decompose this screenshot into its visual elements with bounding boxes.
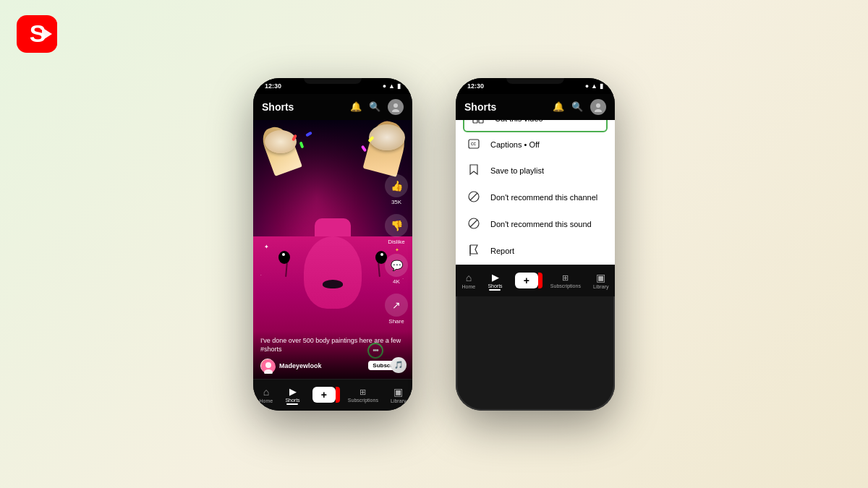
top-bar: Shorts 🔔 🔍 (253, 94, 412, 120)
subscriptions-label-2: Subscriptions (550, 283, 581, 288)
active-indicator-2 (489, 289, 501, 291)
status-bar-2: 12:30 ● ▲ ▮ (456, 78, 615, 94)
dont-recommend-channel-icon (467, 191, 480, 205)
nav-create-2[interactable]: + (515, 273, 538, 288)
nav-subscriptions-2[interactable]: ⊞ Subscriptions (550, 273, 581, 288)
dont-recommend-sound-label: Don't recommend this sound (490, 220, 592, 228)
page-title-2: Shorts (464, 101, 496, 113)
sheet-item-captions[interactable]: CC Captions • Off (456, 132, 615, 158)
bottom-sheet: More Description Use this so (456, 120, 615, 265)
nav-home-2[interactable]: ⌂ Home (462, 272, 476, 289)
video-overlay: I've done over 500 body paintings here a… (253, 331, 412, 378)
bell-icon-2[interactable]: 🔔 (553, 101, 564, 112)
dislike-icon: 👎 (385, 214, 408, 237)
svg-point-4 (393, 103, 398, 108)
phone-1: 12:30 ● ▲ ▮ Shorts 🔔 🔍 (253, 78, 412, 411)
status-icons-2: ● ▲ ▮ (585, 82, 603, 90)
like-count: 35K (391, 199, 401, 205)
sheet-item-dont-recommend-channel[interactable]: Don't recommend this channel (456, 184, 615, 211)
nav-create[interactable]: + (312, 387, 336, 403)
video-area[interactable]: ✦ ✦ · · 👍 35K 👎 Dislike 💬 4K (253, 120, 412, 379)
battery-icon: ▮ (397, 82, 401, 90)
page-title: Shorts (262, 101, 294, 113)
report-icon (467, 244, 480, 258)
create-button[interactable]: + (312, 387, 336, 403)
comment-count: 4K (393, 278, 400, 285)
action-buttons: 👍 35K 👎 Dislike 💬 4K ↗ Share (385, 174, 408, 325)
share-button[interactable]: ↗ Share (385, 294, 408, 325)
shorts-icon: ▶ (289, 387, 296, 397)
comment-button[interactable]: 💬 4K (385, 254, 408, 285)
user-avatar-2[interactable] (590, 99, 606, 115)
nav-library-2[interactable]: ▣ Library (593, 272, 608, 289)
create-button-2[interactable]: + (515, 273, 538, 288)
bottom-navigation-2: ⌂ Home ▶ Shorts + ⊞ Subscriptions ▣ Libr… (456, 265, 615, 296)
share-icon: ↗ (385, 294, 408, 317)
library-label-2: Library (593, 284, 608, 289)
nav-shorts-2[interactable]: ▶ Shorts (488, 273, 502, 288)
dislike-button[interactable]: 👎 Dislike (385, 214, 408, 245)
battery-icon-2: ▮ (600, 82, 603, 90)
wifi-icon-2: ● (585, 82, 589, 90)
sheet-items: Description Use this sound (456, 120, 615, 265)
channel-row: Madeyewlook Subscribe (260, 359, 405, 373)
like-button[interactable]: 👍 35K (385, 174, 408, 205)
nav-library[interactable]: ▣ Library (391, 386, 406, 403)
channel-avatar (260, 359, 275, 373)
svg-text:CC: CC (471, 142, 477, 146)
time-display: 12:30 (265, 82, 281, 90)
save-playlist-label: Save to playlist (490, 166, 544, 175)
cut-video-label: Cut this video (495, 120, 543, 124)
save-playlist-icon (467, 164, 480, 178)
top-bar-2: Shorts 🔔 🔍 (456, 94, 615, 120)
subscriptions-icon-2: ⊞ (562, 273, 569, 283)
search-icon-2[interactable]: 🔍 (571, 101, 583, 112)
svg-rect-21 (473, 120, 477, 123)
shorts-label-2: Shorts (488, 283, 502, 288)
subscriptions-icon: ⊞ (359, 388, 366, 397)
svg-point-7 (265, 362, 271, 368)
captions-label: Captions • Off (490, 140, 540, 149)
nav-subscriptions[interactable]: ⊞ Subscriptions (348, 388, 378, 403)
time-display-2: 12:30 (467, 82, 484, 90)
search-icon[interactable]: 🔍 (369, 101, 380, 112)
sheet-item-report[interactable]: Report (456, 238, 615, 265)
dont-recommend-sound-icon (467, 218, 480, 231)
top-bar-actions: 🔔 🔍 (350, 99, 404, 115)
cut-video-icon (472, 120, 485, 126)
sheet-item-save-playlist[interactable]: Save to playlist (456, 158, 615, 184)
captions-icon: CC (467, 139, 480, 151)
nav-shorts[interactable]: ▶ Shorts (285, 387, 299, 403)
music-icon[interactable]: 🎵 (391, 357, 407, 373)
home-label: Home (260, 398, 273, 403)
comment-icon: 💬 (385, 254, 408, 277)
svg-point-10 (595, 109, 602, 112)
home-label-2: Home (462, 284, 476, 289)
phones-container: 12:30 ● ▲ ▮ Shorts 🔔 🔍 (253, 78, 615, 411)
like-icon: 👍 (385, 174, 408, 197)
report-label: Report (490, 247, 514, 255)
svg-line-28 (470, 220, 477, 227)
status-bar: 12:30 ● ▲ ▮ (253, 78, 412, 94)
dont-recommend-channel-label: Don't recommend this channel (490, 193, 597, 202)
sheet-item-cut-video[interactable]: Cut this video (463, 120, 608, 132)
signal-icon-2: ▲ (591, 82, 597, 90)
nav-home[interactable]: ⌂ Home (260, 386, 273, 403)
youtube-shorts-logo: S (14, 14, 61, 57)
svg-point-5 (392, 109, 399, 112)
top-bar-actions-2: 🔔 🔍 (553, 99, 606, 115)
shorts-label: Shorts (285, 398, 299, 403)
dislike-label: Dislike (388, 239, 405, 245)
library-icon-2: ▣ (596, 272, 605, 283)
user-avatar[interactable] (388, 99, 404, 115)
video-caption: I've done over 500 body paintings here a… (260, 337, 405, 354)
home-icon-2: ⌂ (466, 272, 472, 283)
svg-rect-22 (479, 120, 483, 123)
wifi-icon: ● (383, 82, 386, 90)
library-icon: ▣ (393, 386, 403, 398)
sheet-item-dont-recommend-sound[interactable]: Don't recommend this sound (456, 211, 615, 238)
active-indicator (286, 403, 298, 405)
channel-name: Madeyewlook (279, 362, 364, 369)
create-plus-icon: + (321, 389, 327, 401)
bell-icon[interactable]: 🔔 (350, 101, 362, 112)
